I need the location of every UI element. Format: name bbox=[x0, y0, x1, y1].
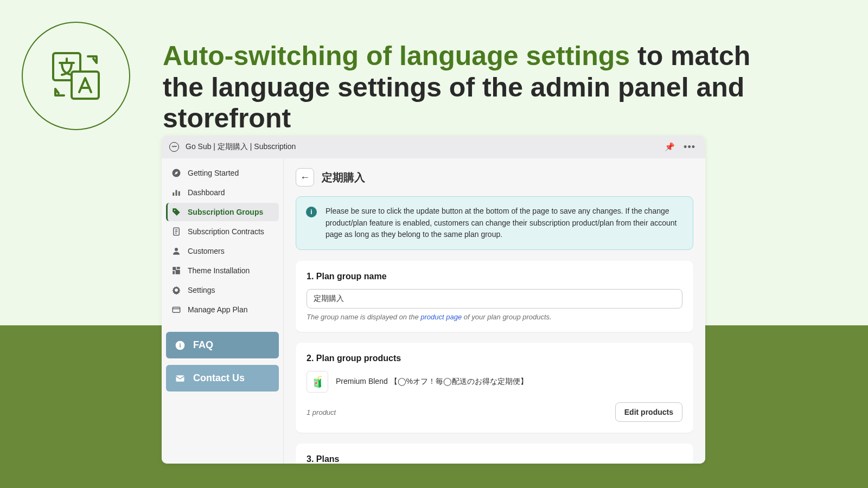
sidebar-item-label: Customers bbox=[188, 247, 225, 255]
svg-rect-4 bbox=[176, 190, 177, 196]
pin-icon[interactable]: 📌 bbox=[665, 142, 675, 152]
main-content: ← 定期購入 i Please be sure to click the upd… bbox=[284, 158, 705, 464]
sidebar-item-customers[interactable]: Customers bbox=[166, 242, 279, 260]
layout-icon bbox=[171, 266, 181, 275]
plan-group-name-card: 1. Plan group name The group name is dis… bbox=[296, 261, 693, 332]
sidebar-item-subscription-groups[interactable]: Subscription Groups bbox=[166, 203, 279, 221]
person-icon bbox=[171, 246, 181, 256]
sidebar-item-dashboard[interactable]: Dashboard bbox=[166, 183, 279, 202]
svg-rect-12 bbox=[176, 270, 180, 274]
section-title: 3. Plans bbox=[307, 454, 682, 464]
sidebar-item-label: Getting Started bbox=[188, 169, 239, 177]
app-logo-icon: 〰 bbox=[169, 142, 179, 152]
svg-rect-13 bbox=[173, 307, 180, 313]
faq-button[interactable]: i FAQ bbox=[166, 332, 279, 358]
arrow-left-icon: ← bbox=[300, 172, 310, 183]
tag-icon bbox=[171, 207, 181, 217]
svg-rect-10 bbox=[177, 267, 180, 269]
banner-text: Please be sure to click the update butto… bbox=[326, 206, 683, 241]
product-thumbnail: 🧃 bbox=[307, 371, 328, 393]
svg-text:i: i bbox=[179, 342, 181, 349]
app-title: Go Sub | 定期購入 | Subscription bbox=[186, 142, 296, 152]
card-icon bbox=[171, 305, 181, 314]
sidebar-item-label: Dashboard bbox=[188, 188, 225, 197]
translate-icon bbox=[22, 22, 130, 130]
compass-icon bbox=[171, 168, 181, 178]
plan-group-name-hint: The group name is displayed on the produ… bbox=[307, 313, 682, 321]
sidebar-item-theme-installation[interactable]: Theme Installation bbox=[166, 261, 279, 280]
sidebar-item-subscription-contracts[interactable]: Subscription Contracts bbox=[166, 222, 279, 241]
app-window: 〰 Go Sub | 定期購入 | Subscription 📌 ••• Get… bbox=[162, 136, 705, 464]
svg-rect-9 bbox=[173, 267, 176, 270]
sidebar-item-settings[interactable]: Settings bbox=[166, 281, 279, 299]
sidebar-item-label: Subscription Contracts bbox=[188, 227, 264, 236]
plan-group-products-card: 2. Plan group products 🧃 Premium Blend 【… bbox=[296, 343, 693, 433]
clipboard-icon bbox=[171, 227, 181, 236]
card-footer: 1 product Edit products bbox=[307, 402, 682, 422]
sidebar: Getting Started Dashboard Subscription G… bbox=[162, 158, 284, 464]
svg-rect-5 bbox=[178, 191, 180, 196]
section-title: 1. Plan group name bbox=[307, 272, 682, 281]
sidebar-item-label: Manage App Plan bbox=[188, 305, 248, 314]
svg-point-6 bbox=[174, 210, 175, 211]
section-title: 2. Plan group products bbox=[307, 354, 682, 363]
svg-point-8 bbox=[175, 248, 178, 251]
sidebar-item-label: Theme Installation bbox=[188, 266, 250, 275]
app-header: 〰 Go Sub | 定期購入 | Subscription 📌 ••• bbox=[162, 136, 705, 158]
more-icon[interactable]: ••• bbox=[681, 142, 698, 153]
hero-title-accent: Auto-switching of language settings bbox=[163, 41, 630, 71]
back-button[interactable]: ← bbox=[296, 168, 314, 187]
sidebar-item-label: Subscription Groups bbox=[188, 208, 263, 216]
mail-icon bbox=[175, 373, 186, 384]
edit-products-button[interactable]: Edit products bbox=[615, 402, 682, 422]
product-count: 1 product bbox=[307, 408, 336, 416]
hero-title: Auto-switching of language settings to m… bbox=[163, 22, 781, 134]
info-banner: i Please be sure to click the update but… bbox=[296, 196, 693, 250]
hero-section: Auto-switching of language settings to m… bbox=[22, 22, 781, 134]
contact-label: Contact Us bbox=[193, 373, 245, 384]
app-body: Getting Started Dashboard Subscription G… bbox=[162, 158, 705, 464]
plan-group-name-input[interactable] bbox=[307, 289, 682, 309]
info-circle-icon: i bbox=[306, 207, 317, 217]
product-row: 🧃 Premium Blend 【◯%オフ！毎◯配送のお得な定期便】 bbox=[307, 371, 682, 393]
bar-chart-icon bbox=[171, 188, 181, 197]
faq-label: FAQ bbox=[193, 339, 213, 351]
product-page-link[interactable]: product page bbox=[420, 313, 462, 321]
sidebar-item-label: Settings bbox=[188, 286, 215, 294]
page-header: ← 定期購入 bbox=[296, 168, 693, 187]
contact-us-button[interactable]: Contact Us bbox=[166, 365, 279, 391]
info-icon: i bbox=[175, 340, 186, 351]
page-title: 定期購入 bbox=[322, 170, 365, 185]
svg-rect-3 bbox=[173, 192, 174, 196]
sidebar-item-getting-started[interactable]: Getting Started bbox=[166, 164, 279, 182]
plans-card: 3. Plans Each plan has a name and an ord… bbox=[296, 444, 693, 464]
sidebar-item-manage-app-plan[interactable]: Manage App Plan bbox=[166, 300, 279, 319]
svg-rect-11 bbox=[173, 271, 175, 274]
product-name: Premium Blend 【◯%オフ！毎◯配送のお得な定期便】 bbox=[336, 377, 528, 387]
gear-icon bbox=[171, 285, 181, 295]
svg-rect-1 bbox=[72, 72, 99, 99]
